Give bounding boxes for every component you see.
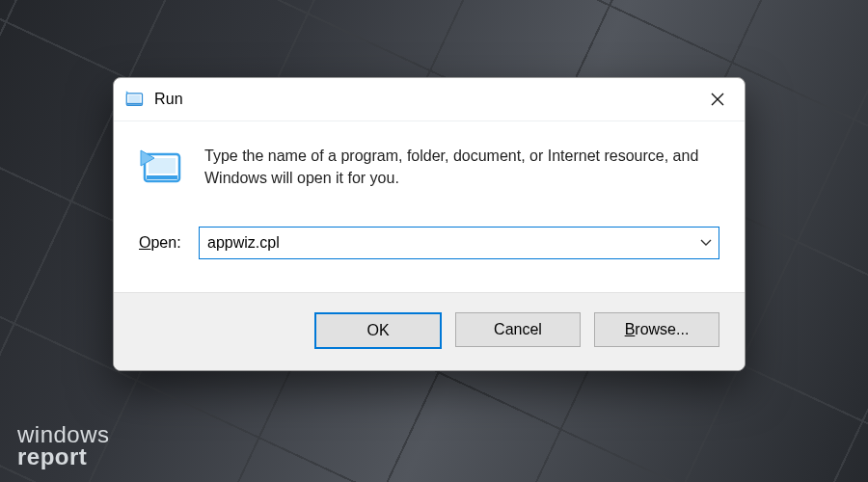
svg-rect-2 <box>127 103 142 105</box>
watermark-line2: report <box>17 446 110 469</box>
run-icon <box>125 90 145 109</box>
run-dialog: Run Type the name of a program, folder, … <box>113 77 746 371</box>
open-dropdown-toggle[interactable] <box>692 228 719 258</box>
open-field-row: Open: <box>114 201 745 269</box>
dialog-title: Run <box>154 91 183 108</box>
button-row: OK Cancel Browse... <box>114 292 745 370</box>
close-icon <box>711 93 724 106</box>
open-combobox[interactable] <box>199 227 719 259</box>
open-input[interactable] <box>200 230 692 255</box>
close-button[interactable] <box>698 84 737 115</box>
watermark: windows report <box>17 424 110 469</box>
cancel-button[interactable]: Cancel <box>455 312 581 347</box>
svg-rect-5 <box>147 175 177 179</box>
dialog-description: Type the name of a program, folder, docu… <box>204 143 719 194</box>
dialog-body: Type the name of a program, folder, docu… <box>114 121 745 201</box>
titlebar[interactable]: Run <box>114 78 745 121</box>
browse-button[interactable]: Browse... <box>594 312 719 347</box>
chevron-down-icon <box>700 237 712 249</box>
svg-rect-4 <box>149 158 176 174</box>
run-large-icon <box>139 145 185 194</box>
ok-button[interactable]: OK <box>314 312 442 349</box>
open-label: Open: <box>139 234 199 252</box>
svg-rect-1 <box>128 95 141 103</box>
